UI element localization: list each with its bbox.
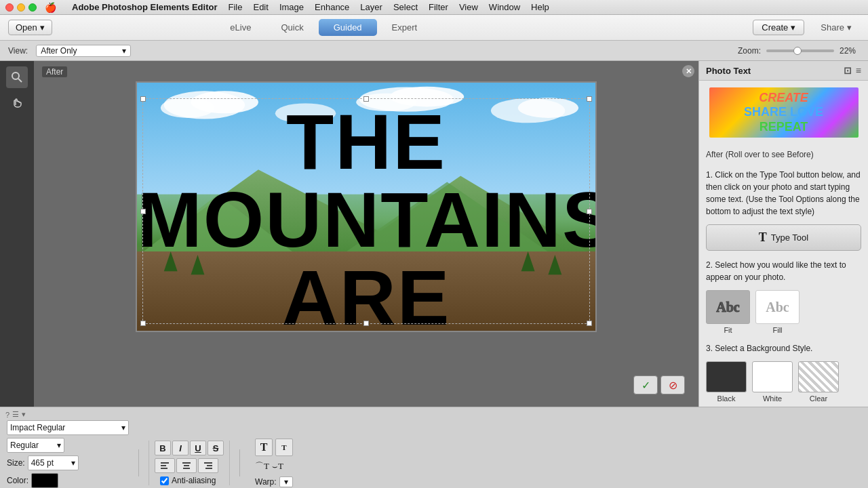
bold-button[interactable]: B [155, 441, 171, 455]
layer-menu[interactable]: Layer [355, 1, 387, 13]
minimize-button[interactable] [17, 3, 25, 12]
confirm-check-button[interactable]: ✓ [633, 375, 658, 394]
bottom-bar: ? ☰ ▾ Impact Regular ▾ Regular ▾ Size: [0, 407, 868, 488]
style-option-fill[interactable]: Abc Fill [755, 290, 800, 334]
bg-style-row: Black White Clear [699, 357, 868, 407]
warp-label: Warp: [255, 477, 277, 487]
photo-canvas[interactable]: THE MOUNTAINS ARE CALLING [136, 81, 597, 332]
options-expand-icon[interactable]: ▾ [22, 410, 26, 419]
text-larger-button[interactable]: T [255, 439, 273, 456]
zoom-slider[interactable] [766, 49, 834, 52]
apple-menu[interactable]: 🍎 [45, 2, 56, 13]
confirm-cancel-button[interactable]: ⊘ [660, 375, 685, 394]
photo-text-line2: ARE CALLING [137, 259, 595, 332]
view-menu[interactable]: View [454, 1, 483, 13]
strikethrough-button[interactable]: S [208, 441, 224, 455]
open-button[interactable]: Open ▾ [8, 20, 52, 35]
options-help-icon[interactable]: ? [5, 411, 9, 419]
style-option-fit[interactable]: Abc Fit [706, 290, 750, 334]
warp-dropdown-row: Warp: ▾ [255, 476, 293, 487]
zoom-thumb[interactable] [793, 47, 802, 55]
search-icon [11, 71, 23, 83]
share-button[interactable]: Share ▾ [812, 20, 860, 35]
bg-box-clear[interactable] [798, 361, 839, 392]
warp-dropdown[interactable]: ▾ [279, 476, 293, 487]
mac-menubar: 🍎 Adobe Photoshop Elements Editor File E… [0, 0, 868, 15]
panel-header-icons: ⊡ ≡ [844, 65, 861, 76]
align-left-button[interactable] [155, 458, 175, 473]
toolbar-right: Create ▾ Share ▾ [753, 20, 860, 35]
hand-icon [11, 96, 23, 108]
font-family-select[interactable]: Impact Regular ▾ [7, 420, 129, 435]
align-left-icon [160, 461, 170, 470]
tab-guided[interactable]: Guided [319, 19, 377, 36]
align-right-icon [203, 461, 213, 470]
align-center-button[interactable] [176, 458, 197, 473]
select-menu[interactable]: Select [389, 1, 422, 13]
align-right-button[interactable] [198, 458, 218, 473]
tab-quick[interactable]: Quick [266, 19, 318, 36]
create-button[interactable]: Create ▾ [753, 20, 804, 35]
antialiasing-row: Anti-aliasing [155, 476, 224, 485]
panel-step3: 3. Select a Background Style. [699, 338, 868, 357]
close-button[interactable] [5, 3, 14, 12]
enhance-menu[interactable]: Enhance [310, 1, 354, 13]
size-label: Size: [7, 458, 25, 468]
text-style-row: Abc Fit Abc Fill [699, 286, 868, 338]
svg-rect-20 [161, 462, 169, 464]
svg-point-0 [12, 73, 19, 79]
maximize-button[interactable] [28, 3, 37, 12]
bg-option-black[interactable]: Black [706, 361, 747, 403]
tab-elive[interactable]: eLive [215, 19, 266, 36]
view-dropdown[interactable]: After Only ▾ [36, 45, 131, 57]
italic-button[interactable]: I [172, 441, 189, 455]
style-box-fill[interactable]: Abc [755, 290, 800, 324]
warp-icon2: ⌣T [272, 461, 283, 472]
svg-rect-25 [183, 468, 190, 469]
main-layout: After ✕ [0, 61, 868, 407]
divider-1 [138, 449, 139, 476]
window-controls [5, 3, 37, 12]
align-row [155, 458, 224, 473]
file-menu[interactable]: File [224, 1, 248, 13]
help-menu[interactable]: Help [526, 1, 554, 13]
edit-menu[interactable]: Edit [248, 1, 273, 13]
tab-expert[interactable]: Expert [377, 19, 433, 36]
font-size-select[interactable]: 465 pt ▾ [28, 455, 79, 470]
underline-button[interactable]: U [190, 441, 206, 455]
photo-text-overlay: THE MOUNTAINS ARE CALLING [137, 103, 595, 332]
antialiasing-checkbox[interactable] [160, 476, 169, 485]
font-color-row: Color: [7, 473, 129, 488]
filter-menu[interactable]: Filter [424, 1, 453, 13]
window-menu[interactable]: Window [484, 1, 525, 13]
close-canvas-button[interactable]: ✕ [682, 65, 694, 77]
search-tool[interactable] [6, 66, 28, 88]
bg-option-clear[interactable]: Clear [798, 361, 839, 403]
style-box-fit[interactable]: Abc [706, 290, 750, 324]
divider-2 [239, 449, 240, 476]
svg-line-1 [18, 79, 22, 82]
text-smaller-button[interactable]: T [275, 439, 293, 456]
zoom-percent: 22% [840, 46, 860, 56]
image-menu[interactable]: Image [275, 1, 309, 13]
confirm-buttons: ✓ ⊘ [633, 375, 685, 394]
panel-restore-icon[interactable]: ⊡ [844, 65, 852, 76]
panel-settings-icon[interactable]: ≡ [856, 65, 861, 76]
menu-bar: Adobe Photoshop Elements Editor File Edi… [67, 1, 554, 13]
photo-text-line1: THE MOUNTAINS [137, 103, 595, 259]
right-panel: Photo Text ⊡ ≡ CREATE SHARE LOVE REPEAT … [698, 61, 868, 407]
app-name: Adobe Photoshop Elements Editor [67, 1, 222, 13]
font-style-select[interactable]: Regular ▾ [7, 438, 64, 453]
warp-icon: ⌒T [255, 460, 269, 472]
color-swatch[interactable] [31, 473, 58, 488]
font-section: Impact Regular ▾ Regular ▾ Size: 465 pt … [7, 420, 129, 488]
options-list-icon[interactable]: ☰ [12, 410, 19, 419]
preview-line-1: CREATE [744, 91, 823, 106]
bg-box-white[interactable] [752, 361, 793, 392]
bg-option-white[interactable]: White [752, 361, 793, 403]
type-tool-button[interactable]: T Type Tool [706, 224, 861, 251]
align-center-icon [182, 461, 191, 470]
hand-tool[interactable] [6, 91, 28, 113]
bg-box-black[interactable] [706, 361, 747, 392]
left-toolbar [0, 61, 34, 407]
